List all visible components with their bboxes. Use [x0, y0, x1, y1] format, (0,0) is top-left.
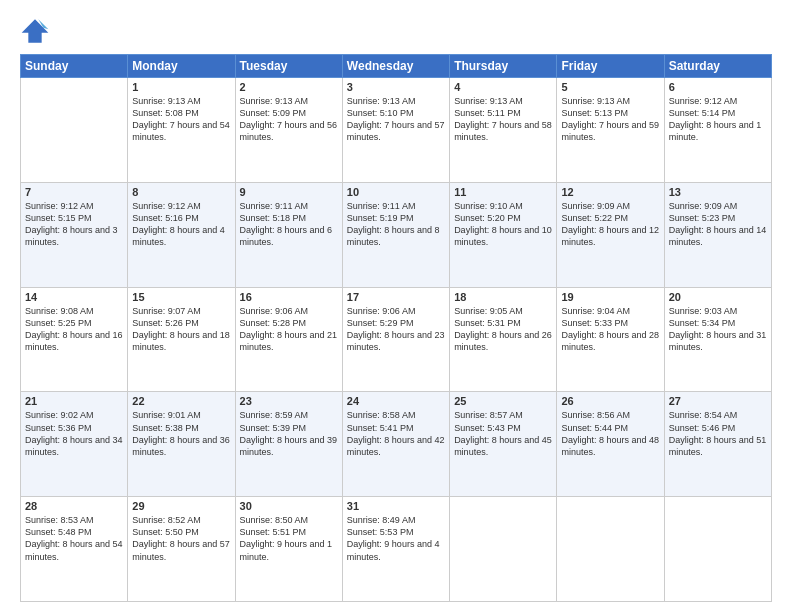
calendar-cell: 10Sunrise: 9:11 AM Sunset: 5:19 PM Dayli… [342, 182, 449, 287]
calendar-cell: 1Sunrise: 9:13 AM Sunset: 5:08 PM Daylig… [128, 78, 235, 183]
cell-info: Sunrise: 9:02 AM Sunset: 5:36 PM Dayligh… [25, 409, 123, 458]
cell-info: Sunrise: 9:01 AM Sunset: 5:38 PM Dayligh… [132, 409, 230, 458]
calendar-cell: 4Sunrise: 9:13 AM Sunset: 5:11 PM Daylig… [450, 78, 557, 183]
week-row-1: 7Sunrise: 9:12 AM Sunset: 5:15 PM Daylig… [21, 182, 772, 287]
calendar-cell: 23Sunrise: 8:59 AM Sunset: 5:39 PM Dayli… [235, 392, 342, 497]
day-number: 22 [132, 395, 230, 407]
cell-info: Sunrise: 8:50 AM Sunset: 5:51 PM Dayligh… [240, 514, 338, 563]
page-header [20, 16, 772, 46]
cell-info: Sunrise: 9:07 AM Sunset: 5:26 PM Dayligh… [132, 305, 230, 354]
calendar-cell [21, 78, 128, 183]
cell-info: Sunrise: 8:59 AM Sunset: 5:39 PM Dayligh… [240, 409, 338, 458]
day-number: 14 [25, 291, 123, 303]
cell-info: Sunrise: 9:06 AM Sunset: 5:29 PM Dayligh… [347, 305, 445, 354]
calendar-cell: 14Sunrise: 9:08 AM Sunset: 5:25 PM Dayli… [21, 287, 128, 392]
calendar-cell: 3Sunrise: 9:13 AM Sunset: 5:10 PM Daylig… [342, 78, 449, 183]
day-number: 29 [132, 500, 230, 512]
calendar-cell: 13Sunrise: 9:09 AM Sunset: 5:23 PM Dayli… [664, 182, 771, 287]
calendar-cell: 5Sunrise: 9:13 AM Sunset: 5:13 PM Daylig… [557, 78, 664, 183]
cell-info: Sunrise: 8:53 AM Sunset: 5:48 PM Dayligh… [25, 514, 123, 563]
weekday-header-monday: Monday [128, 55, 235, 78]
calendar-cell: 18Sunrise: 9:05 AM Sunset: 5:31 PM Dayli… [450, 287, 557, 392]
svg-marker-0 [22, 19, 49, 42]
day-number: 31 [347, 500, 445, 512]
day-number: 10 [347, 186, 445, 198]
cell-info: Sunrise: 9:09 AM Sunset: 5:22 PM Dayligh… [561, 200, 659, 249]
weekday-header-saturday: Saturday [664, 55, 771, 78]
day-number: 12 [561, 186, 659, 198]
calendar-cell: 31Sunrise: 8:49 AM Sunset: 5:53 PM Dayli… [342, 497, 449, 602]
day-number: 26 [561, 395, 659, 407]
day-number: 1 [132, 81, 230, 93]
cell-info: Sunrise: 9:06 AM Sunset: 5:28 PM Dayligh… [240, 305, 338, 354]
day-number: 23 [240, 395, 338, 407]
week-row-2: 14Sunrise: 9:08 AM Sunset: 5:25 PM Dayli… [21, 287, 772, 392]
week-row-3: 21Sunrise: 9:02 AM Sunset: 5:36 PM Dayli… [21, 392, 772, 497]
cell-info: Sunrise: 9:12 AM Sunset: 5:14 PM Dayligh… [669, 95, 767, 144]
day-number: 3 [347, 81, 445, 93]
calendar-cell: 29Sunrise: 8:52 AM Sunset: 5:50 PM Dayli… [128, 497, 235, 602]
day-number: 19 [561, 291, 659, 303]
logo [20, 16, 54, 46]
calendar-cell: 17Sunrise: 9:06 AM Sunset: 5:29 PM Dayli… [342, 287, 449, 392]
day-number: 15 [132, 291, 230, 303]
calendar-cell: 21Sunrise: 9:02 AM Sunset: 5:36 PM Dayli… [21, 392, 128, 497]
day-number: 4 [454, 81, 552, 93]
day-number: 27 [669, 395, 767, 407]
cell-info: Sunrise: 8:56 AM Sunset: 5:44 PM Dayligh… [561, 409, 659, 458]
week-row-4: 28Sunrise: 8:53 AM Sunset: 5:48 PM Dayli… [21, 497, 772, 602]
day-number: 16 [240, 291, 338, 303]
weekday-header-row: SundayMondayTuesdayWednesdayThursdayFrid… [21, 55, 772, 78]
weekday-header-tuesday: Tuesday [235, 55, 342, 78]
calendar-cell: 8Sunrise: 9:12 AM Sunset: 5:16 PM Daylig… [128, 182, 235, 287]
day-number: 2 [240, 81, 338, 93]
cell-info: Sunrise: 8:49 AM Sunset: 5:53 PM Dayligh… [347, 514, 445, 563]
day-number: 6 [669, 81, 767, 93]
calendar-cell: 24Sunrise: 8:58 AM Sunset: 5:41 PM Dayli… [342, 392, 449, 497]
calendar-cell: 15Sunrise: 9:07 AM Sunset: 5:26 PM Dayli… [128, 287, 235, 392]
day-number: 21 [25, 395, 123, 407]
day-number: 24 [347, 395, 445, 407]
day-number: 17 [347, 291, 445, 303]
cell-info: Sunrise: 9:10 AM Sunset: 5:20 PM Dayligh… [454, 200, 552, 249]
calendar-cell: 25Sunrise: 8:57 AM Sunset: 5:43 PM Dayli… [450, 392, 557, 497]
cell-info: Sunrise: 9:12 AM Sunset: 5:16 PM Dayligh… [132, 200, 230, 249]
cell-info: Sunrise: 9:08 AM Sunset: 5:25 PM Dayligh… [25, 305, 123, 354]
calendar-cell [664, 497, 771, 602]
calendar-cell: 6Sunrise: 9:12 AM Sunset: 5:14 PM Daylig… [664, 78, 771, 183]
logo-icon [20, 16, 50, 46]
day-number: 9 [240, 186, 338, 198]
cell-info: Sunrise: 9:13 AM Sunset: 5:13 PM Dayligh… [561, 95, 659, 144]
calendar-table: SundayMondayTuesdayWednesdayThursdayFrid… [20, 54, 772, 602]
day-number: 7 [25, 186, 123, 198]
weekday-header-thursday: Thursday [450, 55, 557, 78]
calendar-cell: 22Sunrise: 9:01 AM Sunset: 5:38 PM Dayli… [128, 392, 235, 497]
day-number: 25 [454, 395, 552, 407]
cell-info: Sunrise: 9:13 AM Sunset: 5:11 PM Dayligh… [454, 95, 552, 144]
cell-info: Sunrise: 9:04 AM Sunset: 5:33 PM Dayligh… [561, 305, 659, 354]
calendar-cell [450, 497, 557, 602]
weekday-header-wednesday: Wednesday [342, 55, 449, 78]
calendar-cell: 26Sunrise: 8:56 AM Sunset: 5:44 PM Dayli… [557, 392, 664, 497]
calendar-cell: 19Sunrise: 9:04 AM Sunset: 5:33 PM Dayli… [557, 287, 664, 392]
day-number: 30 [240, 500, 338, 512]
calendar-cell: 20Sunrise: 9:03 AM Sunset: 5:34 PM Dayli… [664, 287, 771, 392]
week-row-0: 1Sunrise: 9:13 AM Sunset: 5:08 PM Daylig… [21, 78, 772, 183]
cell-info: Sunrise: 9:11 AM Sunset: 5:18 PM Dayligh… [240, 200, 338, 249]
cell-info: Sunrise: 9:03 AM Sunset: 5:34 PM Dayligh… [669, 305, 767, 354]
calendar-cell: 9Sunrise: 9:11 AM Sunset: 5:18 PM Daylig… [235, 182, 342, 287]
calendar-cell: 7Sunrise: 9:12 AM Sunset: 5:15 PM Daylig… [21, 182, 128, 287]
cell-info: Sunrise: 9:13 AM Sunset: 5:10 PM Dayligh… [347, 95, 445, 144]
cell-info: Sunrise: 9:13 AM Sunset: 5:09 PM Dayligh… [240, 95, 338, 144]
day-number: 5 [561, 81, 659, 93]
cell-info: Sunrise: 8:54 AM Sunset: 5:46 PM Dayligh… [669, 409, 767, 458]
cell-info: Sunrise: 9:12 AM Sunset: 5:15 PM Dayligh… [25, 200, 123, 249]
cell-info: Sunrise: 9:05 AM Sunset: 5:31 PM Dayligh… [454, 305, 552, 354]
calendar-cell: 16Sunrise: 9:06 AM Sunset: 5:28 PM Dayli… [235, 287, 342, 392]
cell-info: Sunrise: 8:57 AM Sunset: 5:43 PM Dayligh… [454, 409, 552, 458]
cell-info: Sunrise: 9:11 AM Sunset: 5:19 PM Dayligh… [347, 200, 445, 249]
calendar-cell: 27Sunrise: 8:54 AM Sunset: 5:46 PM Dayli… [664, 392, 771, 497]
calendar-cell: 12Sunrise: 9:09 AM Sunset: 5:22 PM Dayli… [557, 182, 664, 287]
day-number: 18 [454, 291, 552, 303]
calendar-cell: 2Sunrise: 9:13 AM Sunset: 5:09 PM Daylig… [235, 78, 342, 183]
